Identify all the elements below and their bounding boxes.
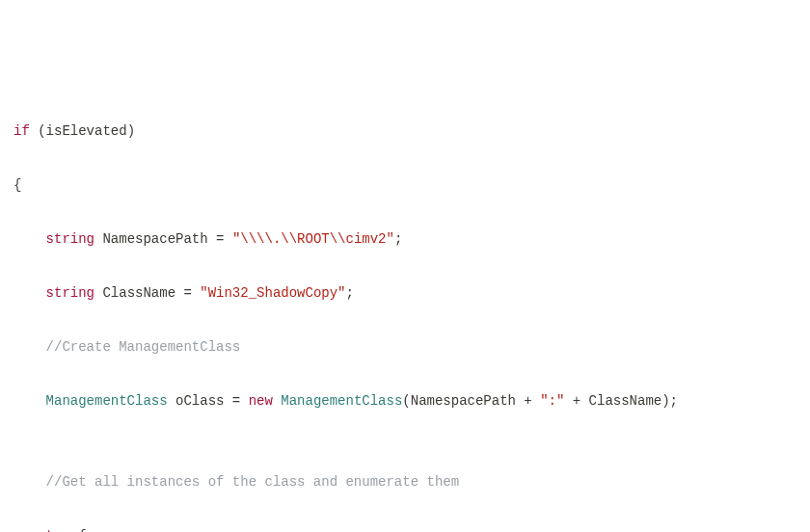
text: + ClassName);	[564, 393, 678, 409]
identifier: oClass	[168, 393, 232, 409]
code-line: //Create ManagementClass	[14, 333, 796, 360]
code-line: if (isElevated)	[14, 118, 796, 145]
code-line: //Get all instances of the class and enu…	[14, 468, 796, 495]
code-line: string ClassName = "Win32_ShadowCopy";	[14, 279, 796, 306]
identifier: NamespacePath	[94, 231, 216, 247]
text: (isElevated)	[30, 123, 135, 139]
semicolon: ;	[346, 285, 354, 301]
semicolon: ;	[394, 231, 402, 247]
comment: //Get all instances of the class and enu…	[46, 474, 459, 490]
code-line: string NamespacePath = "\\\\.\\ROOT\\cim…	[14, 226, 796, 253]
operator: =	[183, 285, 200, 301]
string-literal: ":"	[540, 393, 564, 409]
string-literal: "Win32_ShadowCopy"	[200, 285, 345, 301]
type-name: ManagementClass	[46, 393, 168, 409]
keyword-new: new	[249, 393, 273, 409]
keyword-try: try	[46, 528, 70, 532]
keyword-if: if	[14, 123, 30, 139]
text: (NamespacePath +	[402, 393, 540, 409]
identifier: ClassName	[94, 285, 183, 301]
type-name: ManagementClass	[281, 393, 402, 409]
string-literal: "\\\\.\\ROOT\\cimv2"	[232, 231, 394, 247]
keyword-string: string	[46, 231, 94, 247]
keyword-string: string	[46, 285, 94, 301]
code-line: {	[14, 172, 796, 199]
code-line: try {	[14, 522, 796, 532]
code-line: ManagementClass oClass = new ManagementC…	[14, 387, 796, 414]
brace: {	[14, 177, 21, 193]
operator: =	[232, 393, 249, 409]
operator: =	[216, 231, 232, 247]
brace: {	[70, 528, 87, 532]
comment: //Create ManagementClass	[46, 339, 241, 355]
